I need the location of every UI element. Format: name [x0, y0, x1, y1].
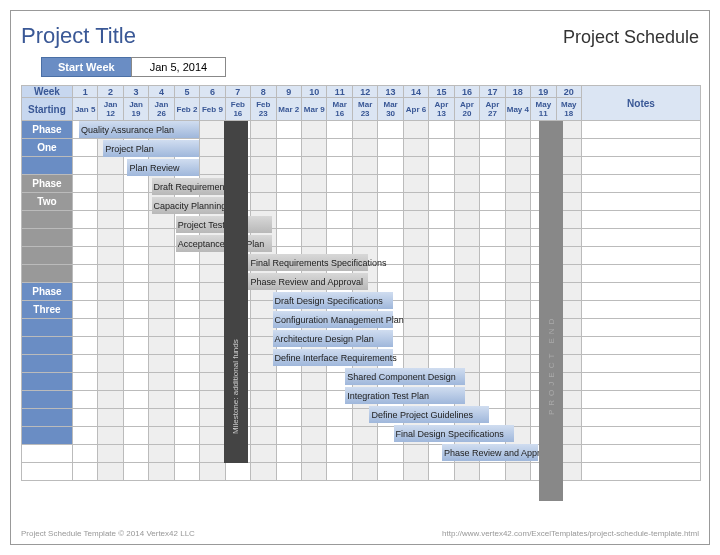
grid-cell[interactable]	[98, 337, 123, 355]
grid-cell[interactable]	[251, 139, 276, 157]
grid-cell[interactable]	[505, 157, 530, 175]
grid-cell[interactable]	[174, 373, 199, 391]
grid-cell[interactable]	[251, 409, 276, 427]
grid-cell[interactable]	[454, 265, 479, 283]
notes-cell[interactable]	[581, 409, 700, 427]
grid-cell[interactable]	[98, 157, 123, 175]
grid-cell[interactable]	[378, 193, 403, 211]
grid-cell[interactable]	[200, 265, 225, 283]
grid-cell[interactable]	[174, 265, 199, 283]
grid-cell[interactable]	[327, 157, 352, 175]
grid-cell[interactable]	[72, 211, 97, 229]
grid-cell[interactable]	[429, 175, 454, 193]
grid-cell[interactable]	[505, 391, 530, 409]
grid-cell[interactable]	[123, 301, 148, 319]
grid-cell[interactable]	[276, 211, 301, 229]
grid-cell[interactable]	[174, 445, 199, 463]
grid-cell[interactable]	[403, 247, 428, 265]
grid-cell[interactable]	[98, 319, 123, 337]
grid-cell[interactable]	[72, 229, 97, 247]
gantt-bar[interactable]: Architecture Design Plan	[273, 330, 393, 347]
grid-cell[interactable]	[505, 319, 530, 337]
grid-cell[interactable]	[378, 121, 403, 139]
grid-cell[interactable]	[72, 175, 97, 193]
grid-cell[interactable]	[327, 427, 352, 445]
grid-cell[interactable]	[302, 373, 327, 391]
grid-cell[interactable]	[505, 301, 530, 319]
grid-cell[interactable]	[276, 229, 301, 247]
grid-cell[interactable]	[72, 445, 97, 463]
grid-cell[interactable]	[149, 463, 174, 481]
grid-cell[interactable]	[149, 409, 174, 427]
grid-cell[interactable]	[302, 445, 327, 463]
grid-cell[interactable]	[327, 121, 352, 139]
grid-cell[interactable]	[454, 193, 479, 211]
grid-cell[interactable]	[480, 121, 505, 139]
grid-cell[interactable]	[72, 283, 97, 301]
grid-cell[interactable]	[200, 355, 225, 373]
grid-cell[interactable]	[454, 463, 479, 481]
grid-cell[interactable]	[480, 139, 505, 157]
grid-cell[interactable]	[505, 355, 530, 373]
grid-cell[interactable]	[302, 409, 327, 427]
grid-cell[interactable]	[98, 265, 123, 283]
notes-cell[interactable]	[581, 139, 700, 157]
grid-cell[interactable]	[123, 355, 148, 373]
grid-cell[interactable]	[276, 193, 301, 211]
grid-cell[interactable]	[480, 463, 505, 481]
grid-cell[interactable]	[98, 445, 123, 463]
gantt-bar[interactable]: Define Project Guidelines	[369, 406, 489, 423]
grid-cell[interactable]	[123, 265, 148, 283]
grid-cell[interactable]	[123, 409, 148, 427]
grid-cell[interactable]	[403, 229, 428, 247]
notes-cell[interactable]	[581, 427, 700, 445]
grid-cell[interactable]	[429, 463, 454, 481]
grid-cell[interactable]	[149, 247, 174, 265]
grid-cell[interactable]	[429, 211, 454, 229]
grid-cell[interactable]	[403, 175, 428, 193]
grid-cell[interactable]	[327, 463, 352, 481]
grid-cell[interactable]	[352, 445, 377, 463]
grid-cell[interactable]	[72, 265, 97, 283]
grid-cell[interactable]	[149, 427, 174, 445]
grid-cell[interactable]	[149, 229, 174, 247]
grid-cell[interactable]	[72, 247, 97, 265]
notes-cell[interactable]	[581, 175, 700, 193]
grid-cell[interactable]	[403, 283, 428, 301]
grid-cell[interactable]	[200, 283, 225, 301]
grid-cell[interactable]	[403, 445, 428, 463]
grid-cell[interactable]	[123, 337, 148, 355]
grid-cell[interactable]	[123, 373, 148, 391]
grid-cell[interactable]	[123, 211, 148, 229]
grid-cell[interactable]	[352, 463, 377, 481]
grid-cell[interactable]	[429, 337, 454, 355]
grid-cell[interactable]	[302, 193, 327, 211]
grid-cell[interactable]	[174, 409, 199, 427]
grid-cell[interactable]	[149, 355, 174, 373]
grid-cell[interactable]	[123, 283, 148, 301]
grid-cell[interactable]	[200, 427, 225, 445]
grid-cell[interactable]	[403, 319, 428, 337]
notes-cell[interactable]	[581, 391, 700, 409]
grid-cell[interactable]	[276, 391, 301, 409]
grid-cell[interactable]	[505, 247, 530, 265]
grid-cell[interactable]	[72, 427, 97, 445]
grid-cell[interactable]	[149, 265, 174, 283]
grid-cell[interactable]	[454, 319, 479, 337]
grid-cell[interactable]	[429, 121, 454, 139]
grid-cell[interactable]	[378, 445, 403, 463]
gantt-bar[interactable]: Quality Assurance Plan	[79, 121, 199, 138]
grid-cell[interactable]	[98, 409, 123, 427]
grid-cell[interactable]	[480, 229, 505, 247]
grid-cell[interactable]	[302, 157, 327, 175]
grid-cell[interactable]	[480, 319, 505, 337]
grid-cell[interactable]	[302, 391, 327, 409]
notes-cell[interactable]	[581, 445, 700, 463]
grid-cell[interactable]	[480, 175, 505, 193]
notes-cell[interactable]	[581, 463, 700, 481]
gantt-bar[interactable]: Phase Review and Approval	[442, 444, 538, 461]
grid-cell[interactable]	[251, 175, 276, 193]
gantt-bar[interactable]: Shared Component Design	[345, 368, 465, 385]
grid-cell[interactable]	[352, 175, 377, 193]
grid-cell[interactable]	[480, 247, 505, 265]
